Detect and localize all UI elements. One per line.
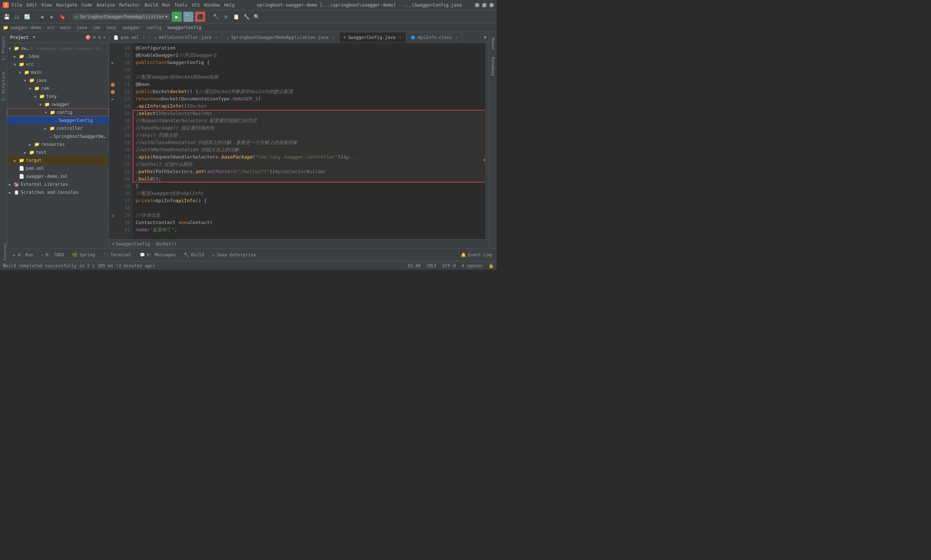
tree-item-src[interactable]: ▼ 📁 src [7,60,109,68]
scroll-indicator[interactable] [485,43,489,239]
menu-window[interactable]: Window [204,3,220,8]
breadcrumb-file[interactable]: SwaggerConfig [167,25,202,30]
close-button[interactable]: ✕ [489,3,494,7]
gutter-37b[interactable]: @ [109,212,116,219]
tree-item-config[interactable]: ▼ 📁 config [7,108,109,116]
sidebar-collapse-icon[interactable]: ⊟ [93,35,96,40]
stop-button[interactable]: ⬛ [195,12,205,22]
gutter-18[interactable]: ▶ [109,59,116,66]
tab-build[interactable]: 🔨 Build [180,250,208,260]
minimize-button[interactable]: — [475,3,479,7]
breadcrumb-src[interactable]: src [47,25,55,30]
tree-item-test[interactable]: ▶ 📁 test [7,148,109,156]
menu-help[interactable]: Help [225,3,235,8]
sidebar-settings-icon[interactable]: ⚙ [98,35,101,40]
menu-view[interactable]: View [42,3,52,8]
bc-swagger-config[interactable]: SwaggerConfig [116,242,150,246]
forward-button[interactable]: ▶ [48,12,56,21]
menu-run[interactable]: Run [162,3,170,8]
breadcrumb-config[interactable]: config [146,25,162,30]
sidebar-locate-icon[interactable]: 🎯 [85,35,91,40]
tasks-icon[interactable]: 📋 [232,12,240,21]
tab-close-hello[interactable]: ✕ [215,35,217,40]
menu-edit[interactable]: Edit [26,3,37,8]
tree-item-tony[interactable]: ▼ 📁 tony [7,92,109,100]
settings-icon[interactable]: 🔧 [242,12,251,21]
tab-api-info[interactable]: 🔷 ApiInfo.class ✕ [406,32,463,43]
sidebar-icons[interactable]: 🎯 ⊟ ⚙ ✕ [85,35,106,40]
tree-item-controller[interactable]: ▶ 📁 controller [7,125,109,132]
tree-item-com[interactable]: ▼ 📁 com [7,85,109,92]
structure-panel-label[interactable]: Z: Structure [1,69,6,104]
status-position[interactable]: 33:49 [407,263,420,268]
save-button[interactable]: 💾 [2,12,11,21]
tab-spring[interactable]: 🌿 Spring [68,250,98,260]
tree-item-swaggerconfig[interactable]: ☕ SwaggerConfig [7,116,109,125]
bc-docket[interactable]: docket() [155,242,177,246]
tree-item-target[interactable]: ▶ 📁 target [7,156,109,165]
menu-refactor[interactable]: Refactor [119,3,140,8]
breadcrumb-swagger[interactable]: swagger [122,25,140,30]
menu-vcs[interactable]: VCS [192,3,200,8]
back-button[interactable]: ◀ [37,12,46,21]
breadcrumb-project[interactable]: 📁 swagger-demo [3,25,42,30]
tab-pom[interactable]: 📄 pom.xml ✕ [109,32,150,43]
tree-item-pom[interactable]: 📄 pom.xml [7,165,109,172]
breadcrumb-tony[interactable]: tony [106,25,116,30]
database-panel-label[interactable]: Database [490,54,496,79]
debug-button[interactable]: 🐛 [183,12,194,22]
tree-item-external-libs[interactable]: ▶ 📚 External Libraries [7,180,109,188]
tree-item-java[interactable]: ▼ 📁 java [7,76,109,85]
favorites-label[interactable]: 2: Favorites [3,243,7,266]
menu-code[interactable]: Code [82,3,92,8]
sidebar-dropdown-icon[interactable]: ▼ [33,35,35,40]
tree-item-resources[interactable]: ▶ 📁 resources [7,140,109,148]
breadcrumb-com[interactable]: com [92,25,100,30]
breadcrumb-main[interactable]: main [60,25,71,30]
status-encoding[interactable]: UTF-8 [443,263,455,268]
tab-swagger-config[interactable]: ⚙ SwaggerConfig.java ✕ [339,32,406,43]
build-icon[interactable]: 🔨 [211,12,220,21]
gutter-22[interactable]: ▶ [109,95,116,103]
tree-item-iml[interactable]: 📄 swagger-demo.iml [7,172,109,180]
tab-close-swagger[interactable]: ✕ [399,35,402,40]
menu-build[interactable]: Build [145,3,158,8]
status-lock-icon[interactable]: 🔒 [488,263,494,268]
bookmark-icon[interactable]: 🔖 [58,12,66,21]
tab-springboot-app[interactable]: ☕ SpringbootSwaggerDemoApplication.java … [222,32,339,43]
tree-item-idea[interactable]: ▶ 📁 .idea [7,52,109,60]
breadcrumb-java[interactable]: java [76,25,87,30]
gutter-21b[interactable]: ⬤ [109,88,116,95]
sidebar-close-icon[interactable]: ✕ [103,35,106,40]
code-content[interactable]: @Configuration @EnableSwagger2 //开启Swagg… [133,43,485,239]
maximize-button[interactable]: □ [482,3,486,7]
tab-more-button[interactable]: ▼ [482,32,489,43]
menu-analyze[interactable]: Analyze [96,3,115,8]
maven-panel-label[interactable]: Maven [490,35,496,53]
tree-item-root[interactable]: ▼ 📁 swagger-demo D:\code\springboot\swag… [7,45,109,52]
tab-close-app[interactable]: ✕ [332,35,335,40]
gutter-21[interactable]: ⬤ [109,81,116,88]
menu-navigate[interactable]: Navigate [56,3,77,8]
tab-java-enterprise[interactable]: ☕ Java Enterprise [208,250,260,260]
breadcrumb-label-project[interactable]: swagger-demo [10,25,42,30]
tree-item-swagger[interactable]: ▼ 📁 swagger [7,100,109,108]
tree-item-scratches[interactable]: ▶ 📋 Scratches and Consoles [7,188,109,196]
sdk-icon[interactable]: ⚙ [222,12,230,21]
tab-event-log[interactable]: 🔔 Event Log [457,250,496,260]
run-config-selector[interactable]: ▶ SpringbootSwaggerDemoApplication ▼ [73,14,170,20]
status-indent[interactable]: 4 spaces [462,263,483,268]
save-all-button[interactable]: 🗂 [12,12,21,21]
sync-button[interactable]: 🔄 [23,12,31,21]
tab-todo[interactable]: ✓ 6: TODO [38,250,68,260]
tab-messages[interactable]: 💬 0: Messages [136,250,179,260]
tab-close-api[interactable]: ✕ [455,35,458,40]
tree-item-main[interactable]: ▼ 📁 main [7,68,109,76]
menu-file[interactable]: File [12,3,22,8]
project-panel-label[interactable]: 1: Project [1,35,6,62]
tab-terminal[interactable]: ⬛ Terminal [100,250,135,260]
tree-item-springbootapp[interactable]: ☕ SpringbootSwaggerDemoA... [7,132,109,140]
tab-hello-controller[interactable]: ☕ HelloController.java ✕ [150,32,222,43]
menu-bar[interactable]: File Edit View Navigate Code Analyze Ref… [12,3,243,8]
tab-run[interactable]: ▶ 4: Run [9,250,37,260]
